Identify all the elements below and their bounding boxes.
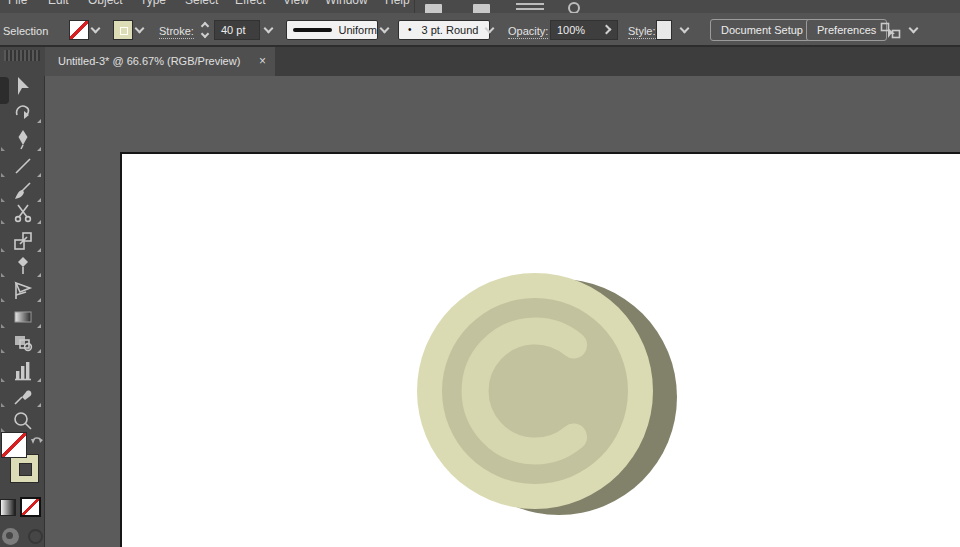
menu-effect[interactable]: Effect <box>235 0 265 7</box>
width-profile-value: Uniform <box>338 21 377 39</box>
align-options-icon[interactable] <box>880 22 902 40</box>
document-tab[interactable]: Untitled-3* @ 66.67% (RGB/Preview) × <box>45 47 275 76</box>
stroke-chevron-down-icon[interactable] <box>135 24 145 34</box>
tools-panel <box>0 76 45 547</box>
gradient-button[interactable] <box>0 499 16 516</box>
stroke-swatch[interactable] <box>113 20 133 40</box>
stroke-weight-field[interactable]: 40 pt <box>214 20 260 40</box>
document-tab-title: Untitled-3* @ 66.67% (RGB/Preview) <box>58 55 240 67</box>
brush-definition-value: 3 pt. Round <box>422 21 479 39</box>
canvas[interactable] <box>45 76 960 547</box>
stroke-weight-stepper[interactable] <box>201 21 211 39</box>
gradient-tool-button[interactable] <box>0 304 45 330</box>
lasso-tool-icon <box>11 100 35 124</box>
menu-object[interactable]: Object <box>88 0 123 7</box>
control-bar: Selection Stroke: 40 pt Uniform • 3 pt. … <box>0 13 960 47</box>
brush-definition-select[interactable]: • 3 pt. Round <box>398 20 490 40</box>
column-graph-tool-button[interactable] <box>0 358 45 384</box>
preferences-button[interactable]: Preferences <box>806 19 887 41</box>
brush-dot-icon: • <box>408 21 412 39</box>
fill-swatch[interactable] <box>69 20 89 40</box>
uniform-profile-icon <box>293 28 332 32</box>
mesh-tool-button[interactable] <box>0 278 45 304</box>
stroke-color-swatch[interactable] <box>10 454 39 483</box>
menu-edit[interactable]: Edit <box>48 0 69 7</box>
menu-file[interactable]: File <box>8 0 27 7</box>
scale-tool-button[interactable] <box>0 228 45 254</box>
selection-tool-button[interactable] <box>0 74 45 100</box>
scissors-tool-icon <box>11 201 35 225</box>
mesh-tool-icon <box>11 279 35 303</box>
stroke-weight-label[interactable]: Stroke: <box>159 25 194 39</box>
workspace-menu-icon[interactable] <box>516 3 544 13</box>
tab-close-icon[interactable]: × <box>259 47 266 76</box>
shape-builder-tool-icon <box>11 330 35 354</box>
coin-artwork[interactable] <box>45 76 960 547</box>
width-profile-select[interactable]: Uniform <box>286 20 378 40</box>
puppet-warp-tool-icon <box>11 254 35 278</box>
shape-builder-tool-button[interactable] <box>0 329 45 355</box>
illustrator-window: File Edit Object Type Select Effect View… <box>0 0 960 547</box>
menu-bar: File Edit Object Type Select Effect View… <box>0 0 960 13</box>
menu-help[interactable]: Help <box>385 0 410 7</box>
fill-chevron-down-icon[interactable] <box>91 24 101 34</box>
eyedropper-tool-icon <box>11 384 35 408</box>
scissors-tool-button[interactable] <box>0 200 45 226</box>
lasso-tool-button[interactable] <box>0 99 45 125</box>
pen-tool-icon <box>11 128 35 152</box>
search-help-icon[interactable] <box>568 2 580 13</box>
puppet-warp-tool-button[interactable] <box>0 253 45 279</box>
eyedropper-tool-button[interactable] <box>0 383 45 409</box>
style-label[interactable]: Style: <box>628 25 656 39</box>
tab-bar: Untitled-3* @ 66.67% (RGB/Preview) × <box>0 47 960 76</box>
zoom-tool-button[interactable] <box>0 408 45 434</box>
draw-behind-mode-icon[interactable] <box>28 529 43 544</box>
line-segment-tool-button[interactable] <box>0 153 45 179</box>
stroke-weight-chevron-icon[interactable] <box>264 24 274 34</box>
menu-view[interactable]: View <box>283 0 309 7</box>
menu-separator <box>414 0 415 13</box>
scale-tool-icon <box>11 229 35 253</box>
graphic-style-swatch[interactable] <box>656 20 672 40</box>
draw-normal-mode-icon[interactable] <box>2 528 19 545</box>
bridge-icon[interactable] <box>425 4 442 13</box>
pen-tool-button[interactable] <box>0 127 45 153</box>
column-graph-tool-icon <box>11 359 35 383</box>
menu-window[interactable]: Window <box>325 0 368 7</box>
line-segment-tool-icon <box>11 154 35 178</box>
style-chevron-icon[interactable] <box>680 24 690 34</box>
main-area <box>0 76 960 547</box>
align-chevron-icon[interactable] <box>909 24 919 34</box>
none-button[interactable] <box>20 497 41 517</box>
context-label: Selection <box>3 25 48 37</box>
arrange-documents-icon[interactable] <box>473 4 490 13</box>
tools-panel-grip[interactable] <box>4 50 40 61</box>
menu-select[interactable]: Select <box>185 0 218 7</box>
zoom-tool-icon <box>11 409 35 433</box>
width-profile-chevron-icon[interactable] <box>380 24 390 34</box>
selection-tool-icon <box>11 75 35 99</box>
fill-color-swatch[interactable] <box>1 432 27 458</box>
gradient-tool-icon <box>11 305 35 329</box>
menu-type[interactable]: Type <box>140 0 166 7</box>
opacity-label[interactable]: Opacity: <box>508 25 548 39</box>
swap-fill-stroke-icon[interactable] <box>30 433 44 446</box>
tools-panel-header[interactable] <box>0 47 45 76</box>
document-setup-button[interactable]: Document Setup <box>710 19 814 41</box>
